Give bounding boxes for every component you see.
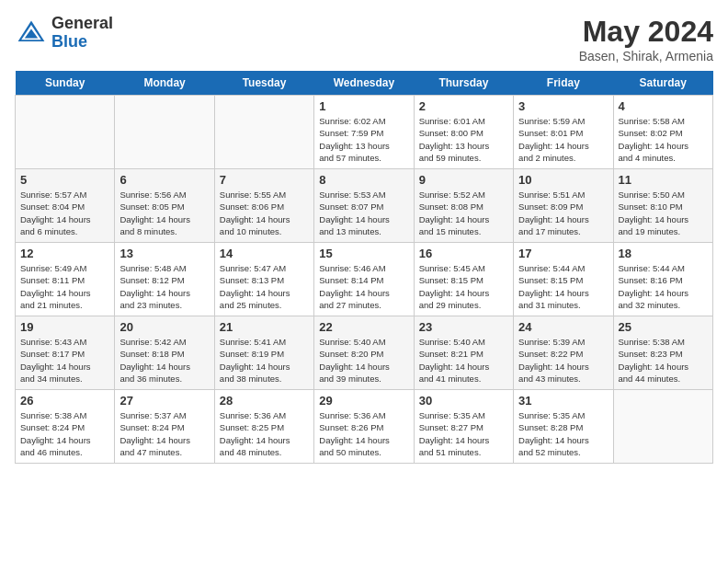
day-info: Sunrise: 5:56 AM Sunset: 8:05 PM Dayligh… — [119, 189, 209, 237]
day-number: 30 — [419, 394, 508, 408]
day-info: Sunrise: 5:36 AM Sunset: 8:25 PM Dayligh… — [220, 409, 309, 458]
page-header: General Blue May 2024 Basen, Shirak, Arm… — [15, 15, 713, 63]
day-number: 20 — [119, 320, 209, 334]
col-header-monday: Monday — [115, 71, 214, 96]
day-number: 12 — [20, 247, 109, 260]
calendar-cell: 22Sunrise: 5:40 AM Sunset: 8:20 PM Dayli… — [314, 316, 414, 390]
calendar-table: SundayMondayTuesdayWednesdayThursdayFrid… — [15, 71, 713, 464]
calendar-cell: 30Sunrise: 5:35 AM Sunset: 8:27 PM Dayli… — [414, 390, 513, 464]
calendar-cell: 21Sunrise: 5:41 AM Sunset: 8:19 PM Dayli… — [214, 316, 313, 390]
logo-blue-text: Blue — [51, 33, 113, 52]
day-number: 27 — [119, 394, 209, 408]
day-number: 22 — [319, 320, 408, 334]
day-number: 16 — [419, 247, 508, 260]
calendar-cell: 20Sunrise: 5:42 AM Sunset: 8:18 PM Dayli… — [115, 316, 214, 390]
calendar-cell: 28Sunrise: 5:36 AM Sunset: 8:25 PM Dayli… — [214, 390, 313, 464]
calendar-cell: 23Sunrise: 5:40 AM Sunset: 8:21 PM Dayli… — [414, 316, 513, 390]
calendar-cell: 24Sunrise: 5:39 AM Sunset: 8:22 PM Dayli… — [514, 316, 613, 390]
day-number: 24 — [518, 320, 608, 334]
day-info: Sunrise: 5:47 AM Sunset: 8:13 PM Dayligh… — [220, 262, 309, 311]
logo-text: General Blue — [51, 15, 113, 52]
day-info: Sunrise: 5:37 AM Sunset: 8:24 PM Dayligh… — [119, 409, 209, 458]
day-info: Sunrise: 5:35 AM Sunset: 8:28 PM Dayligh… — [518, 409, 608, 458]
month-title: May 2024 — [579, 15, 713, 49]
day-number: 7 — [220, 173, 309, 187]
calendar-cell: 26Sunrise: 5:38 AM Sunset: 8:24 PM Dayli… — [16, 390, 115, 464]
week-row-4: 26Sunrise: 5:38 AM Sunset: 8:24 PM Dayli… — [16, 390, 713, 464]
day-info: Sunrise: 5:35 AM Sunset: 8:27 PM Dayligh… — [419, 409, 508, 458]
day-number: 26 — [20, 394, 109, 408]
day-info: Sunrise: 5:41 AM Sunset: 8:19 PM Dayligh… — [220, 336, 309, 385]
calendar-cell: 19Sunrise: 5:43 AM Sunset: 8:17 PM Dayli… — [16, 316, 115, 390]
day-info: Sunrise: 5:40 AM Sunset: 8:21 PM Dayligh… — [419, 336, 508, 385]
day-number: 10 — [518, 173, 608, 187]
day-info: Sunrise: 5:52 AM Sunset: 8:08 PM Dayligh… — [419, 189, 508, 237]
day-number: 21 — [220, 320, 309, 334]
col-header-wednesday: Wednesday — [314, 71, 414, 96]
logo: General Blue — [15, 15, 113, 52]
week-row-0: 1Sunrise: 6:02 AM Sunset: 7:59 PM Daylig… — [16, 96, 713, 169]
day-info: Sunrise: 5:44 AM Sunset: 8:15 PM Dayligh… — [518, 262, 608, 311]
calendar-cell: 10Sunrise: 5:51 AM Sunset: 8:09 PM Dayli… — [514, 169, 613, 243]
day-info: Sunrise: 5:36 AM Sunset: 8:26 PM Dayligh… — [319, 409, 408, 458]
calendar-cell: 5Sunrise: 5:57 AM Sunset: 8:04 PM Daylig… — [16, 169, 115, 243]
day-info: Sunrise: 5:59 AM Sunset: 8:01 PM Dayligh… — [518, 115, 608, 164]
calendar-cell: 14Sunrise: 5:47 AM Sunset: 8:13 PM Dayli… — [214, 243, 313, 316]
calendar-cell: 27Sunrise: 5:37 AM Sunset: 8:24 PM Dayli… — [115, 390, 214, 464]
calendar-cell: 25Sunrise: 5:38 AM Sunset: 8:23 PM Dayli… — [613, 316, 712, 390]
week-row-2: 12Sunrise: 5:49 AM Sunset: 8:11 PM Dayli… — [16, 243, 713, 316]
day-number: 17 — [518, 247, 608, 260]
day-number: 23 — [419, 320, 508, 334]
day-number: 18 — [619, 247, 708, 260]
calendar-cell: 18Sunrise: 5:44 AM Sunset: 8:16 PM Dayli… — [613, 243, 712, 316]
calendar-cell — [613, 390, 712, 464]
calendar-cell: 16Sunrise: 5:45 AM Sunset: 8:15 PM Dayli… — [414, 243, 513, 316]
day-number: 9 — [419, 173, 508, 187]
location: Basen, Shirak, Armenia — [579, 49, 713, 63]
day-number: 1 — [319, 99, 408, 113]
calendar-cell: 29Sunrise: 5:36 AM Sunset: 8:26 PM Dayli… — [314, 390, 414, 464]
day-info: Sunrise: 5:46 AM Sunset: 8:14 PM Dayligh… — [319, 262, 408, 311]
week-row-1: 5Sunrise: 5:57 AM Sunset: 8:04 PM Daylig… — [16, 169, 713, 243]
day-info: Sunrise: 5:43 AM Sunset: 8:17 PM Dayligh… — [20, 336, 109, 385]
calendar-cell — [214, 96, 313, 169]
day-info: Sunrise: 5:44 AM Sunset: 8:16 PM Dayligh… — [619, 262, 708, 311]
calendar-cell: 12Sunrise: 5:49 AM Sunset: 8:11 PM Dayli… — [16, 243, 115, 316]
day-number: 13 — [119, 247, 209, 260]
calendar-cell: 7Sunrise: 5:55 AM Sunset: 8:06 PM Daylig… — [214, 169, 313, 243]
day-number: 2 — [419, 99, 508, 113]
day-number: 5 — [20, 173, 109, 187]
day-info: Sunrise: 5:48 AM Sunset: 8:12 PM Dayligh… — [119, 262, 209, 311]
day-number: 29 — [319, 394, 408, 408]
calendar-cell: 2Sunrise: 6:01 AM Sunset: 8:00 PM Daylig… — [414, 96, 513, 169]
day-number: 3 — [518, 99, 608, 113]
col-header-saturday: Saturday — [613, 71, 712, 96]
logo-general-text: General — [51, 15, 113, 33]
col-header-sunday: Sunday — [16, 71, 115, 96]
col-header-tuesday: Tuesday — [214, 71, 313, 96]
day-number: 28 — [220, 394, 309, 408]
day-info: Sunrise: 6:02 AM Sunset: 7:59 PM Dayligh… — [319, 115, 408, 164]
day-info: Sunrise: 5:55 AM Sunset: 8:06 PM Dayligh… — [220, 189, 309, 237]
calendar-cell: 3Sunrise: 5:59 AM Sunset: 8:01 PM Daylig… — [514, 96, 613, 169]
title-block: May 2024 Basen, Shirak, Armenia — [579, 15, 713, 63]
day-number: 31 — [518, 394, 608, 408]
header-row: SundayMondayTuesdayWednesdayThursdayFrid… — [16, 71, 713, 96]
day-info: Sunrise: 5:45 AM Sunset: 8:15 PM Dayligh… — [419, 262, 508, 311]
calendar-cell: 17Sunrise: 5:44 AM Sunset: 8:15 PM Dayli… — [514, 243, 613, 316]
calendar-cell: 8Sunrise: 5:53 AM Sunset: 8:07 PM Daylig… — [314, 169, 414, 243]
day-number: 6 — [119, 173, 209, 187]
col-header-friday: Friday — [514, 71, 613, 96]
day-number: 8 — [319, 173, 408, 187]
day-number: 19 — [20, 320, 109, 334]
day-info: Sunrise: 5:39 AM Sunset: 8:22 PM Dayligh… — [518, 336, 608, 385]
calendar-cell: 15Sunrise: 5:46 AM Sunset: 8:14 PM Dayli… — [314, 243, 414, 316]
day-number: 14 — [220, 247, 309, 260]
day-info: Sunrise: 5:53 AM Sunset: 8:07 PM Dayligh… — [319, 189, 408, 237]
calendar-cell: 6Sunrise: 5:56 AM Sunset: 8:05 PM Daylig… — [115, 169, 214, 243]
day-info: Sunrise: 5:49 AM Sunset: 8:11 PM Dayligh… — [20, 262, 109, 311]
calendar-cell: 31Sunrise: 5:35 AM Sunset: 8:28 PM Dayli… — [514, 390, 613, 464]
day-number: 15 — [319, 247, 408, 260]
calendar-cell: 4Sunrise: 5:58 AM Sunset: 8:02 PM Daylig… — [613, 96, 712, 169]
col-header-thursday: Thursday — [414, 71, 513, 96]
